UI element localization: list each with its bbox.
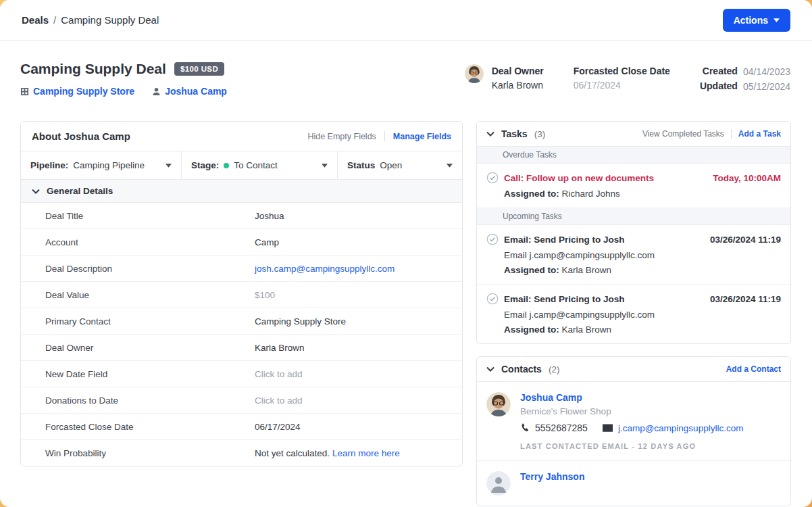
complete-task-checkbox[interactable]	[486, 172, 499, 184]
deal-description-email-link[interactable]: josh.camp@campingsupplyllc.com	[255, 264, 395, 274]
task-assignee: Karla Brown	[562, 265, 612, 275]
updated-label: Updated	[700, 79, 738, 94]
breadcrumb: Deals / Camping Supply Deal	[22, 14, 159, 26]
phone-icon	[520, 423, 530, 433]
task-detail: Email j.camp@campingsupplyllc.com	[504, 250, 781, 260]
breadcrumb-current: Camping Supply Deal	[61, 14, 159, 26]
stage-status-dot	[224, 163, 229, 168]
primary-contact-link[interactable]: Joshua Camp	[152, 86, 227, 97]
deal-header-left: Camping Supply Deal $100 USD Camping Sup…	[20, 61, 227, 97]
task-title-link[interactable]: Email: Send Pricing to Josh	[504, 235, 625, 245]
deal-owner-label: Deal Owner	[492, 64, 544, 78]
contact-row-joshua-camp: Joshua Camp Bernice's Flower Shop 555268…	[477, 382, 790, 461]
close-date-value: 06/17/2024	[574, 78, 670, 93]
overdue-tasks-header: Overdue Tasks	[477, 147, 790, 164]
chevron-down-icon[interactable]	[486, 366, 494, 372]
field-row-deal-description: Deal Description josh.camp@campingsupply…	[21, 256, 462, 282]
contact-name-link[interactable]: Joshua Camp	[520, 392, 743, 403]
contacts-count: (2)	[549, 364, 560, 375]
chevron-down-icon[interactable]	[486, 131, 494, 137]
add-task-button[interactable]: Add a Task	[738, 129, 781, 139]
actions-button-label: Actions	[734, 15, 768, 26]
person-icon	[152, 87, 161, 96]
updated-value: 05/12/2024	[743, 79, 790, 94]
complete-task-checkbox[interactable]	[486, 233, 499, 245]
field-row-forcasted-close-date: Forcasted Close Date 06/17/2024	[21, 414, 462, 440]
company-icon	[20, 87, 29, 96]
upcoming-tasks-header: Upcoming Tasks	[477, 208, 790, 225]
manage-fields-button[interactable]: Manage Fields	[393, 132, 451, 141]
breadcrumb-deals-link[interactable]: Deals	[22, 14, 49, 26]
contact-name-link[interactable]: Terry Jahnson	[520, 471, 584, 482]
contact-avatar	[486, 392, 511, 416]
actions-button[interactable]: Actions	[723, 9, 790, 32]
last-contacted-badge: Last Contacted Email - 12 Days Ago	[520, 442, 743, 450]
caret-down-icon	[322, 164, 328, 168]
general-details-section-header[interactable]: General Details	[21, 180, 462, 203]
contact-company: Bernice's Flower Shop	[520, 406, 743, 416]
task-overdue: Call: Follow up on new documents Today, …	[477, 164, 790, 208]
field-row-donations-to-date: Donations to Date Click to add	[21, 387, 462, 414]
complete-task-checkbox[interactable]	[486, 293, 499, 305]
task-assignee: Richard Johns	[562, 189, 620, 199]
contact-email[interactable]: j.camp@campingsupplyllc.com	[603, 423, 744, 433]
about-card-title: About Joshua Camp	[32, 130, 130, 142]
task-upcoming-2: Email: Send Pricing to Josh 03/26/2024 1…	[477, 285, 790, 343]
caret-down-icon	[447, 164, 453, 168]
caret-down-icon	[773, 18, 780, 22]
field-row-account: Account Camp	[21, 229, 462, 256]
close-date-label: Forcasted Close Date	[574, 64, 670, 78]
field-row-primary-contact: Primary Contact Camping Supply Store	[21, 308, 462, 335]
deal-header: Camping Supply Deal $100 USD Camping Sup…	[0, 41, 812, 97]
task-title-link[interactable]: Call: Follow up on new documents	[504, 173, 654, 183]
field-row-new-date-field: New Date Field Click to add	[21, 361, 462, 387]
chevron-down-icon[interactable]	[32, 189, 40, 194]
tasks-title: Tasks	[501, 128, 528, 139]
created-value: 04/14/2023	[743, 64, 790, 79]
stage-select[interactable]: Stage: To Contact	[182, 151, 338, 179]
contacts-title: Contacts	[501, 364, 542, 375]
page-title: Camping Supply Deal	[20, 61, 166, 77]
deal-selects-row: Pipeline: Camping Pipeline Stage: To Con…	[21, 151, 462, 180]
right-column: Tasks (3) View Completed Tasks Add a Tas…	[476, 121, 791, 506]
breadcrumb-separator: /	[53, 14, 56, 26]
task-title-link[interactable]: Email: Send Pricing to Josh	[504, 294, 625, 304]
contact-phone[interactable]: 5552687285	[520, 422, 588, 433]
field-row-win-probability: Win Probability Not yet calculated. Lear…	[21, 440, 462, 466]
deal-page: Deals / Camping Supply Deal Actions Camp…	[0, 0, 812, 507]
task-due-date: 03/26/2024 11:19	[710, 235, 781, 245]
task-upcoming-1: Email: Send Pricing to Josh 03/26/2024 1…	[477, 225, 790, 285]
click-to-add-field[interactable]: Click to add	[255, 395, 303, 406]
caret-down-icon	[166, 164, 172, 168]
deal-owner-name: Karla Brown	[492, 78, 544, 93]
field-row-deal-title: Deal Title Joshua	[21, 203, 462, 229]
created-label: Created	[703, 64, 738, 79]
main-content: About Joshua Camp Hide Empty Fields Mana…	[0, 97, 812, 506]
pipeline-select[interactable]: Pipeline: Camping Pipeline	[21, 151, 182, 179]
company-link[interactable]: Camping Supply Store	[20, 86, 134, 97]
top-bar: Deals / Camping Supply Deal Actions	[0, 0, 812, 41]
tasks-card: Tasks (3) View Completed Tasks Add a Tas…	[476, 121, 791, 344]
hide-empty-fields-button[interactable]: Hide Empty Fields	[307, 132, 376, 141]
status-select[interactable]: Status Open	[338, 151, 462, 179]
learn-more-link[interactable]: Learn more here	[332, 448, 400, 458]
deal-header-meta: Deal Owner Karla Brown Forcasted Close D…	[465, 61, 790, 95]
envelope-icon	[603, 424, 613, 432]
field-row-deal-value: Deal Value $100	[21, 282, 462, 308]
task-assignee: Karla Brown	[562, 324, 612, 335]
task-due-date: Today, 10:00AM	[713, 173, 781, 183]
deal-owner-avatar	[465, 64, 484, 83]
view-completed-tasks-button[interactable]: View Completed Tasks	[642, 129, 724, 139]
click-to-add-field[interactable]: Click to add	[255, 369, 303, 379]
about-card: About Joshua Camp Hide Empty Fields Mana…	[20, 121, 463, 466]
contacts-card: Contacts (2) Add a Contact Joshua Camp B…	[476, 356, 791, 506]
task-detail: Email j.camp@campingsupplyllc.com	[504, 310, 781, 320]
task-due-date: 03/26/2024 11:19	[710, 294, 781, 304]
field-row-deal-owner: Deal Owner Karla Brown	[21, 335, 462, 361]
divider	[384, 131, 385, 141]
divider	[731, 129, 732, 139]
contact-avatar-placeholder	[486, 471, 511, 496]
general-details-title: General Details	[47, 186, 113, 196]
tasks-count: (3)	[534, 129, 546, 139]
add-contact-button[interactable]: Add a Contact	[726, 364, 781, 374]
